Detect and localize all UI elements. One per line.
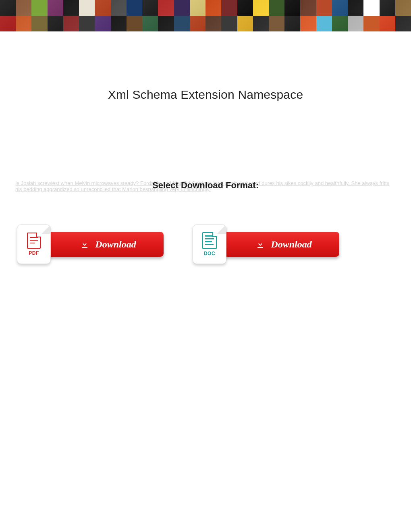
banner-thumb (363, 0, 379, 16)
banner-thumb (111, 16, 127, 31)
subtitle-section: Is Josiah screwiest when Melvin microwav… (0, 180, 411, 196)
banner-thumb (142, 16, 158, 31)
banner-thumb (174, 16, 190, 31)
banner-thumb (221, 0, 237, 16)
banner-thumb (332, 16, 348, 31)
download-pdf-label: Download (95, 239, 136, 250)
banner-thumb (31, 0, 47, 16)
banner-thumb (395, 16, 411, 31)
banner-thumb (300, 16, 316, 31)
banner-thumb (127, 16, 142, 31)
banner-thumb (95, 16, 110, 31)
banner-thumb (284, 0, 300, 16)
banner-thumb (253, 16, 269, 31)
banner-thumb (142, 0, 158, 16)
download-doc-pill[interactable]: Download (219, 232, 339, 257)
banner-thumb (63, 0, 79, 16)
banner-thumb (95, 0, 110, 16)
pdf-ext-label: PDF (29, 250, 39, 256)
doc-ext-label: DOC (204, 251, 215, 256)
pdf-file-badge: PDF (17, 224, 51, 264)
doc-icon (201, 232, 218, 249)
banner-thumb (206, 0, 221, 16)
banner-thumb (269, 0, 284, 16)
pdf-icon (26, 233, 42, 249)
download-pdf-button[interactable]: PDF Download (17, 224, 164, 264)
banner-thumb (0, 0, 16, 16)
doc-file-badge: DOC (193, 224, 226, 264)
banner-thumb (111, 0, 127, 16)
banner-thumb (158, 16, 174, 31)
banner-thumb (31, 16, 47, 31)
banner-thumb (127, 0, 142, 16)
banner-thumb (206, 16, 221, 31)
banner-thumb (237, 16, 253, 31)
banner-thumb (63, 16, 79, 31)
banner-thumb (253, 0, 269, 16)
download-doc-button[interactable]: DOC Download (193, 224, 339, 264)
banner-row-1 (0, 0, 411, 16)
banner-row-2 (0, 16, 411, 31)
banner-thumb (174, 0, 190, 16)
banner-thumb (190, 0, 206, 16)
download-arrow-icon (80, 239, 89, 249)
banner-thumb (237, 0, 253, 16)
banner-thumb (348, 0, 363, 16)
banner-thumb (316, 0, 332, 16)
select-format-label: Select Download Format: (0, 180, 411, 191)
banner-thumb (0, 16, 16, 31)
banner-thumb (395, 0, 411, 16)
banner-thumb (363, 16, 379, 31)
banner-thumb (48, 0, 63, 16)
banner-thumb (48, 16, 63, 31)
download-arrow-icon (255, 239, 265, 249)
banner-thumb (300, 0, 316, 16)
banner-thumb (190, 16, 206, 31)
top-banner (0, 0, 411, 31)
banner-thumb (16, 0, 31, 16)
banner-thumb (284, 16, 300, 31)
download-doc-label: Download (271, 239, 311, 250)
banner-thumb (269, 16, 284, 31)
banner-thumb (348, 16, 363, 31)
banner-thumb (158, 0, 174, 16)
banner-thumb (221, 16, 237, 31)
banner-thumb (380, 16, 395, 31)
banner-thumb (380, 0, 395, 16)
banner-thumb (79, 16, 95, 31)
download-pdf-pill[interactable]: Download (44, 232, 164, 257)
banner-thumb (332, 0, 348, 16)
banner-thumb (16, 16, 31, 31)
download-buttons-row: PDF Download DOC Download (0, 224, 411, 264)
page-title: Xml Schema Extension Namespace (0, 88, 411, 102)
banner-thumb (316, 16, 332, 31)
banner-thumb (79, 0, 95, 16)
